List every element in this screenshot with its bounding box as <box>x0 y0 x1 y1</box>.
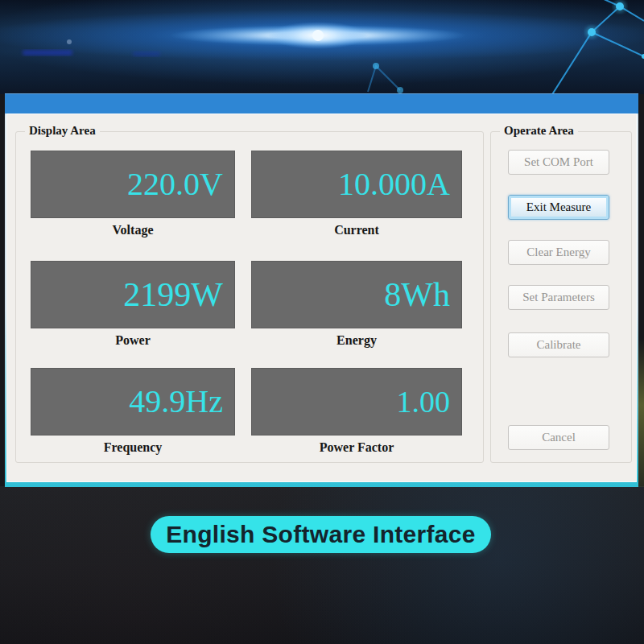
caption-pill: English Software Interface <box>151 516 491 553</box>
clear-energy-button[interactable]: Clear Energy <box>508 240 609 265</box>
power-factor-label: Power Factor <box>251 440 462 455</box>
voltage-label: Voltage <box>31 223 235 237</box>
power-value: 2199W <box>123 278 223 312</box>
cancel-button[interactable]: Cancel <box>508 425 609 450</box>
display-area-title: Display Area <box>25 124 100 138</box>
frequency-display: 49.9Hz <box>31 368 235 436</box>
operate-area-group: Operate Area Set COM Port Exit Measure C… <box>490 131 632 463</box>
bottom-background <box>0 486 644 644</box>
energy-label: Energy <box>251 333 462 348</box>
app-window: Display Area 220.0V Voltage 10.000A Curr… <box>5 93 638 487</box>
energy-display: 8Wh <box>251 261 462 328</box>
voltage-display: 220.0V <box>31 151 235 218</box>
set-parameters-button[interactable]: Set Parameters <box>508 285 609 310</box>
current-value: 10.000A <box>338 168 450 200</box>
window-body: Display Area 220.0V Voltage 10.000A Curr… <box>6 114 637 482</box>
frequency-value: 49.9Hz <box>129 386 223 418</box>
power-display: 2199W <box>31 261 235 328</box>
meter-energy: 8Wh Energy <box>251 261 462 348</box>
display-area-group: Display Area 220.0V Voltage 10.000A Curr… <box>15 131 484 463</box>
frequency-label: Frequency <box>31 440 235 455</box>
power-label: Power <box>31 333 235 348</box>
edge-glow <box>638 338 644 487</box>
lens-flare-graphic <box>0 0 644 94</box>
banner-background <box>0 0 644 94</box>
current-label: Current <box>251 223 462 237</box>
exit-measure-button[interactable]: Exit Measure <box>508 195 609 220</box>
meter-current: 10.000A Current <box>251 151 462 237</box>
meter-power: 2199W Power <box>31 261 235 348</box>
energy-value: 8Wh <box>384 278 450 312</box>
power-factor-display: 1.00 <box>251 368 462 436</box>
set-com-port-button[interactable]: Set COM Port <box>508 150 609 175</box>
power-factor-value: 1.00 <box>397 386 451 417</box>
meter-power-factor: 1.00 Power Factor <box>251 368 462 455</box>
caption-text: English Software Interface <box>166 521 476 548</box>
window-titlebar[interactable] <box>5 93 638 114</box>
calibrate-button[interactable]: Calibrate <box>508 332 609 357</box>
meter-frequency: 49.9Hz Frequency <box>31 368 235 455</box>
voltage-value: 220.0V <box>127 168 223 200</box>
meter-voltage: 220.0V Voltage <box>31 151 235 237</box>
operate-area-title: Operate Area <box>500 124 578 138</box>
current-display: 10.000A <box>251 151 462 218</box>
